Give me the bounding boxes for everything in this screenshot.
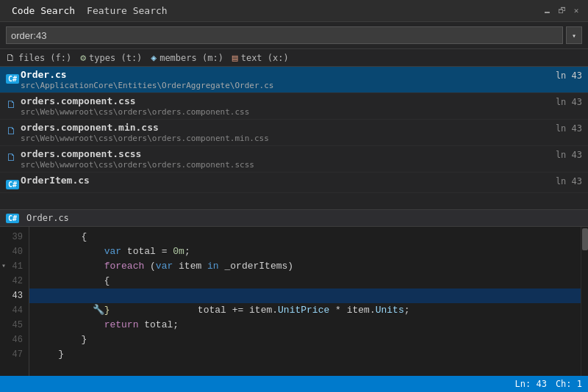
result-item[interactable]: 🗋 orders.component.min.css src\Web\wwwro…: [0, 120, 588, 146]
filter-tab-text[interactable]: ▤ text (x:): [232, 52, 289, 63]
code-line-43: 🔧 total += item.UnitPrice * item.Units;: [29, 288, 581, 303]
code-line-45: return total;: [29, 318, 581, 333]
results-list[interactable]: C# Order.cs src\ApplicationCore\Entities…: [0, 67, 588, 210]
scss-type-icon: 🗋: [6, 150, 21, 164]
title-controls: 🗕 🗗 ✕: [541, 5, 582, 17]
code-body[interactable]: 39 40 ▾ 41 42 43 44 45 46 47 { var total…: [0, 227, 588, 376]
title-bar: Code Search Feature Search 🗕 🗗 ✕: [0, 0, 588, 22]
filter-tab-files[interactable]: 🗋 files (f:): [6, 52, 71, 63]
result-name: orders.component.min.css: [21, 122, 550, 133]
members-icon: ◈: [151, 52, 157, 63]
result-content: orders.component.min.css src\Web\wwwroot…: [21, 122, 550, 143]
text-icon: ▤: [232, 52, 238, 63]
members-label: members (m:): [159, 53, 223, 63]
search-area: ▾: [0, 22, 588, 49]
result-item[interactable]: C# OrderItem.cs ln 43: [0, 173, 588, 193]
result-path: src\Web\wwwroot\css\orders\orders.compon…: [21, 160, 550, 170]
result-item[interactable]: 🗋 orders.component.css src\Web\wwwroot\c…: [0, 93, 588, 120]
status-ln: Ln: 43: [515, 379, 547, 389]
cs-type-icon: C#: [6, 176, 21, 190]
code-line-39: {: [29, 230, 581, 244]
result-path: src\ApplicationCore\Entities\OrderAggreg…: [21, 81, 550, 90]
tab-feature-search[interactable]: Feature Search: [81, 2, 173, 19]
code-content[interactable]: { var total = 0m; foreach (var item in _…: [29, 227, 581, 376]
filter-tabs: 🗋 files (f:) ⚙ types (t:) ◈ members (m:)…: [0, 49, 588, 67]
css-type-icon: 🗋: [6, 123, 21, 137]
types-icon: ⚙: [80, 52, 86, 63]
result-name: orders.component.css: [21, 95, 550, 106]
result-name: orders.component.scss: [21, 148, 550, 159]
code-line-47: }: [29, 347, 581, 362]
line-num-42: 42: [0, 274, 29, 288]
text-label: text (x:): [241, 53, 289, 63]
result-line: ln 43: [556, 148, 582, 160]
code-header-cs-badge: C#: [6, 214, 19, 223]
status-ch: Ch: 1: [556, 379, 582, 389]
result-path: src\Web\wwwroot\css\orders\orders.compon…: [21, 107, 550, 117]
line-num-44: 44: [0, 303, 29, 318]
files-label: files (f:): [18, 53, 71, 63]
result-item[interactable]: 🗋 orders.component.scss src\Web\wwwroot\…: [0, 146, 588, 173]
tab-code-search[interactable]: Code Search: [6, 2, 81, 19]
result-content: orders.component.css src\Web\wwwroot\css…: [21, 95, 550, 117]
types-label: types (t:): [89, 53, 142, 63]
scrollbar-thumb[interactable]: [582, 228, 588, 250]
line-num-46: 46: [0, 333, 29, 347]
css-type-icon: 🗋: [6, 97, 21, 111]
code-header-title: Order.cs: [26, 213, 69, 223]
filter-tab-types[interactable]: ⚙ types (t:): [80, 52, 142, 63]
search-dropdown-button[interactable]: ▾: [566, 26, 582, 44]
result-line: ln 43: [556, 175, 582, 186]
result-content: OrderItem.cs: [21, 175, 550, 186]
line-numbers: 39 40 ▾ 41 42 43 44 45 46 47: [0, 227, 29, 376]
code-line-40: var total = 0m;: [29, 244, 581, 259]
cs-type-icon: C#: [6, 70, 21, 84]
line-num-40: 40: [0, 244, 29, 259]
code-panel: C# Order.cs 39 40 ▾ 41 42 43 44 45 46 47…: [0, 210, 588, 376]
status-right: Ln: 43 Ch: 1: [515, 379, 582, 389]
search-input[interactable]: [6, 26, 563, 44]
result-line: ln 43: [556, 122, 582, 134]
result-line: ln 43: [556, 69, 582, 81]
minimize-button[interactable]: 🗕: [541, 5, 553, 17]
status-bar: Ln: 43 Ch: 1: [0, 376, 588, 392]
line-num-47: 47: [0, 347, 29, 362]
line-num-39: 39: [0, 230, 29, 244]
restore-button[interactable]: 🗗: [556, 5, 567, 17]
line-num-41: ▾ 41: [0, 259, 29, 274]
line-num-43: 43: [0, 288, 29, 303]
result-path: src\Web\wwwroot\css\orders\orders.compon…: [21, 134, 550, 143]
result-content: orders.component.scss src\Web\wwwroot\cs…: [21, 148, 550, 170]
result-name: Order.cs: [21, 69, 550, 80]
result-content: Order.cs src\ApplicationCore\Entities\Or…: [21, 69, 550, 90]
code-scrollbar[interactable]: [581, 227, 588, 376]
code-line-46: }: [29, 333, 581, 347]
filter-tab-members[interactable]: ◈ members (m:): [151, 52, 223, 63]
close-button[interactable]: ✕: [570, 5, 582, 17]
code-line-41: foreach (var item in _orderItems): [29, 259, 581, 274]
line-num-45: 45: [0, 318, 29, 333]
code-header: C# Order.cs: [0, 210, 588, 227]
code-line-42: {: [29, 274, 581, 288]
result-line: ln 43: [556, 95, 582, 107]
result-item[interactable]: C# Order.cs src\ApplicationCore\Entities…: [0, 67, 588, 93]
files-icon: 🗋: [6, 52, 15, 63]
result-name: OrderItem.cs: [21, 175, 550, 186]
